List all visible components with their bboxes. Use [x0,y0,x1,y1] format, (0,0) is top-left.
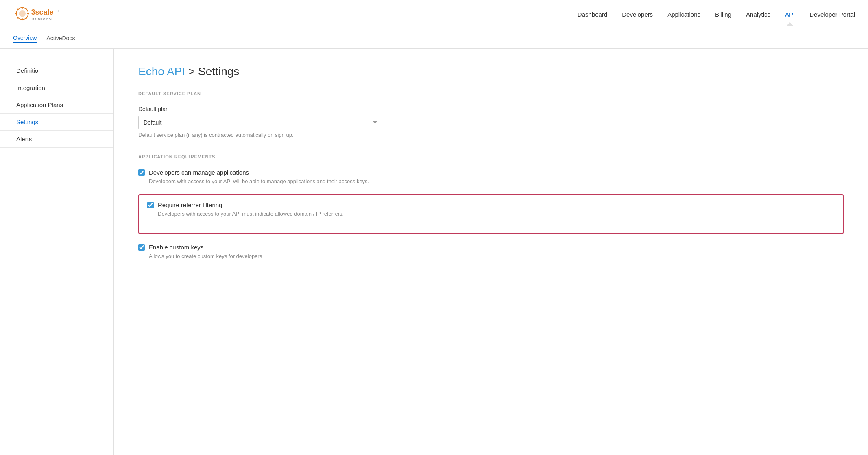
nav-api[interactable]: API [785,11,795,18]
svg-point-7 [26,8,27,10]
section-divider-2 [222,157,844,157]
logo: 3scale BY RED HAT ® [13,4,66,25]
page-layout: Definition Integration Application Plans… [0,49,868,455]
main-nav: Dashboard Developers Applications Billin… [578,11,855,18]
highlight-box-referrer: Require referrer filtering Developers wi… [138,194,844,234]
logo-area: 3scale BY RED HAT ® [13,4,66,25]
subnav: Overview ActiveDocs [0,29,868,49]
page-title: Echo API > Settings [138,65,844,78]
nav-dashboard[interactable]: Dashboard [578,11,607,18]
checkbox-developers-manage[interactable] [138,169,145,176]
checkbox-require-referrer[interactable] [147,202,154,208]
default-plan-field: Default plan Default Default service pla… [138,106,844,138]
sidebar-item-application-plans[interactable]: Application Plans [0,96,113,114]
svg-point-3 [21,18,23,20]
nav-developer-portal[interactable]: Developer Portal [809,11,855,18]
checkbox-label-custom-keys: Enable custom keys [149,244,203,251]
checkbox-group-custom-keys: Enable custom keys Allows you to create … [138,244,844,259]
checkbox-group-developers-manage: Developers can manage applications Devel… [138,169,844,184]
header: 3scale BY RED HAT ® Dashboard Developers… [0,0,868,29]
nav-analytics[interactable]: Analytics [746,11,770,18]
svg-text:3scale: 3scale [31,8,54,16]
sidebar-item-alerts[interactable]: Alerts [0,131,113,148]
svg-point-5 [27,12,29,14]
checkbox-desc-referrer: Developers with access to your API must … [158,211,835,217]
subnav-activedocs[interactable]: ActiveDocs [46,35,75,42]
nav-developers[interactable]: Developers [622,11,653,18]
page-title-current: Settings [198,65,239,78]
svg-text:BY RED HAT: BY RED HAT [32,16,53,20]
svg-point-2 [21,7,23,9]
section-header-default-plan: DEFAULT SERVICE PLAN [138,91,844,96]
nav-billing[interactable]: Billing [715,11,731,18]
checkbox-group-referrer: Require referrer filtering Developers wi… [147,201,835,217]
subnav-overview[interactable]: Overview [13,35,37,43]
default-plan-select[interactable]: Default [138,116,382,129]
section-title-default-plan: DEFAULT SERVICE PLAN [138,91,201,96]
checkbox-enable-custom-keys[interactable] [138,244,145,251]
page-title-api-link[interactable]: Echo API [138,65,185,78]
section-title-app-req: APPLICATION REQUIREMENTS [138,154,215,159]
nav-applications[interactable]: Applications [667,11,700,18]
checkbox-row-custom-keys: Enable custom keys [138,244,844,251]
checkbox-label-developers-manage: Developers can manage applications [149,169,249,176]
default-plan-help: Default service plan (if any) is contrac… [138,132,844,138]
svg-point-9 [26,17,27,18]
default-plan-label: Default plan [138,106,844,112]
checkbox-label-referrer: Require referrer filtering [158,201,222,208]
main-content: Echo API > Settings DEFAULT SERVICE PLAN… [114,49,868,455]
page-title-separator: > [185,65,198,78]
sidebar-item-settings[interactable]: Settings [0,114,113,131]
sidebar: Definition Integration Application Plans… [0,49,114,455]
svg-point-8 [17,17,19,18]
sidebar-item-integration[interactable]: Integration [0,79,113,96]
checkbox-row-referrer: Require referrer filtering [147,201,835,208]
checkbox-row-developers-manage: Developers can manage applications [138,169,844,176]
sidebar-item-definition[interactable]: Definition [0,62,113,79]
checkbox-desc-custom-keys: Allows you to create custom keys for dev… [149,253,844,259]
section-divider [207,94,844,94]
svg-text:®: ® [58,10,60,12]
checkbox-desc-developers-manage: Developers with access to your API will … [149,178,844,184]
default-service-plan-section: DEFAULT SERVICE PLAN Default plan Defaul… [138,91,844,138]
svg-point-6 [17,8,19,10]
application-requirements-section: APPLICATION REQUIREMENTS Developers can … [138,154,844,259]
section-header-app-req: APPLICATION REQUIREMENTS [138,154,844,159]
svg-point-1 [19,10,26,17]
svg-point-4 [15,12,17,14]
